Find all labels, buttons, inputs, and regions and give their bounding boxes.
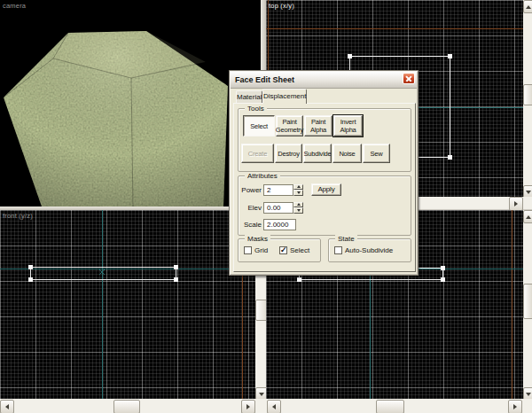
spinner-down-button[interactable] (293, 190, 303, 196)
dialog-title: Face Edit Sheet (231, 75, 294, 84)
displacement-mound-render (0, 0, 261, 206)
scroll-up-button[interactable] (523, 210, 532, 223)
spinner-up-icon (297, 201, 301, 206)
scrollbar-thumb[interactable] (523, 84, 532, 105)
viewport-top-label: top (x/y) (269, 2, 294, 10)
auto-subdivide-checkbox[interactable]: Auto-Subdivide (334, 246, 393, 254)
paint-geometry-button[interactable]: Paint Geometry (276, 115, 303, 136)
viewport-camera[interactable]: camera (0, 0, 261, 206)
selection-handle[interactable] (441, 266, 445, 270)
spinner-down-icon (297, 191, 301, 196)
checkbox-box (334, 246, 342, 254)
scrollbar-thumb[interactable] (523, 284, 532, 319)
power-field[interactable]: 2 (263, 184, 293, 196)
tab-material[interactable]: Material (236, 90, 262, 103)
apply-button[interactable]: Apply (311, 183, 341, 196)
selection-handle[interactable] (441, 277, 445, 282)
arrow-up-icon (526, 3, 531, 9)
arrow-down-icon (526, 191, 531, 197)
scroll-right-button[interactable] (509, 197, 523, 211)
arrow-left-icon (270, 404, 276, 409)
scrollbar-thumb[interactable] (376, 400, 404, 413)
face-edit-sheet-dialog: Face Edit Sheet Material Displacement To… (229, 70, 419, 276)
elev-field[interactable]: 0.00 (263, 202, 293, 214)
select-checkbox-label: Select (290, 246, 309, 254)
scrollbar-corner (523, 399, 532, 413)
axis-line-vertical (102, 210, 103, 399)
arrow-right-icon (246, 404, 253, 409)
grid-major-line-horizontal (266, 28, 523, 29)
power-label: Power (240, 186, 262, 194)
destroy-button[interactable]: Destroy (275, 144, 302, 163)
arrow-down-icon (526, 393, 531, 399)
elev-spinner (293, 202, 303, 214)
tools-group-label: Tools (245, 105, 267, 113)
scrollbar-corner (255, 399, 266, 413)
power-spinner (293, 184, 303, 196)
scrollbar-thumb[interactable] (113, 400, 140, 413)
scrollbar-corner (523, 197, 532, 209)
scrollbar-track-vertical[interactable] (523, 210, 532, 399)
viewport-front[interactable]: front (y/z) (0, 210, 255, 399)
viewport-camera-label: camera (3, 2, 26, 10)
spinner-up-icon (297, 183, 301, 188)
scale-field[interactable]: 2.0000 (263, 219, 296, 230)
attributes-group-label: Attributes (245, 172, 280, 180)
sew-button[interactable]: Sew (363, 144, 390, 163)
arrow-right-icon (514, 201, 520, 206)
grid-checkbox-label: Grid (254, 246, 268, 254)
attributes-group: Attributes Power 2 Apply Elev 0.00 Scale… (238, 175, 411, 236)
create-button[interactable]: Create (241, 144, 274, 163)
arrow-up-icon (526, 213, 531, 219)
select-tool-button[interactable]: Select (243, 115, 275, 136)
checkbox-box: ✓ (279, 246, 287, 254)
checkbox-box (244, 246, 252, 254)
paint-alpha-button[interactable]: Paint Alpha (304, 115, 332, 136)
scroll-left-button[interactable] (0, 400, 14, 413)
selection-handle[interactable] (28, 265, 33, 269)
tools-group: Tools Select Paint Geometry Paint Alpha … (238, 108, 411, 172)
editor-root: camera top (x/y) (0, 0, 532, 413)
state-group: State Auto-Subdivide (328, 238, 411, 262)
subdivide-button[interactable]: Subdivide (303, 144, 332, 163)
masks-group-label: Masks (245, 235, 270, 243)
elev-label: Elev (240, 204, 262, 212)
scrollbar-track-vertical[interactable] (523, 0, 532, 197)
masks-group: Masks Grid ✓ Select (238, 238, 321, 262)
grid-checkbox[interactable]: Grid (244, 246, 268, 254)
dialog-titlebar[interactable]: Face Edit Sheet (231, 72, 417, 89)
selection-handle[interactable] (348, 54, 352, 58)
selection-handle[interactable] (28, 277, 33, 282)
checkmark-icon: ✓ (280, 245, 287, 254)
selection-center-marker (99, 269, 105, 275)
close-button[interactable] (403, 73, 415, 84)
viewport-front-label: front (y/z) (3, 212, 33, 220)
grid-major-line-vertical (512, 210, 512, 399)
select-checkbox[interactable]: ✓ Select (279, 246, 309, 254)
selection-handle[interactable] (448, 54, 452, 58)
selection-handle[interactable] (174, 265, 178, 269)
selection-handle[interactable] (448, 155, 452, 160)
arrow-left-icon (3, 404, 9, 409)
spinner-down-icon (297, 209, 301, 214)
scroll-up-button[interactable] (523, 0, 532, 13)
selection-handle[interactable] (174, 277, 178, 282)
scroll-right-button[interactable] (508, 400, 522, 413)
noise-button[interactable]: Noise (332, 144, 362, 163)
state-group-label: State (335, 235, 357, 243)
spinner-down-button[interactable] (293, 207, 303, 214)
arrow-right-icon (513, 404, 520, 409)
selection-handle[interactable] (297, 277, 301, 282)
scroll-right-button[interactable] (241, 400, 255, 413)
auto-subdivide-checkbox-label: Auto-Subdivide (345, 246, 393, 254)
scrollbar-track-horizontal[interactable] (266, 399, 523, 413)
arrow-down-icon (259, 393, 264, 399)
invert-alpha-button[interactable]: Invert Alpha (333, 115, 363, 136)
tab-displacement[interactable]: Displacement (262, 89, 307, 104)
scrollbar-track-horizontal[interactable] (0, 399, 255, 413)
scroll-left-button[interactable] (267, 400, 281, 413)
scale-label: Scale (240, 221, 262, 229)
